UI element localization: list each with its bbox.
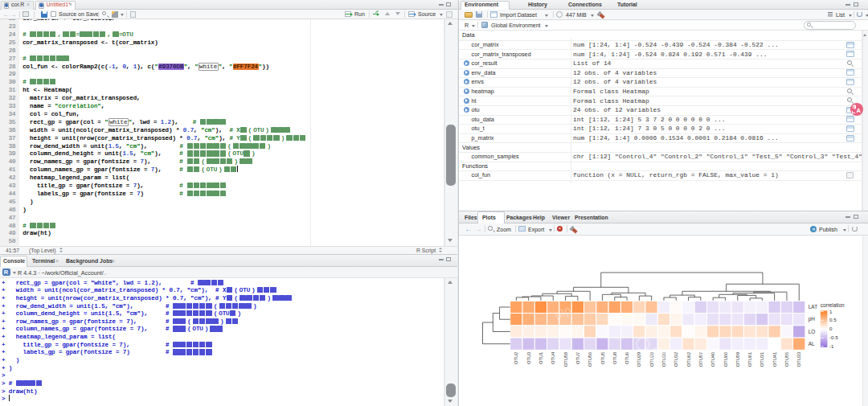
svg-text:OTU59: OTU59: [735, 352, 740, 367]
svg-text:OTU29: OTU29: [637, 352, 641, 367]
svg-text:OTU56: OTU56: [588, 352, 592, 367]
svg-text:-1: -1: [829, 343, 834, 349]
svg-text:OTU3: OTU3: [526, 352, 531, 364]
svg-text:OTU7: OTU7: [575, 352, 580, 364]
svg-text:OTU60: OTU60: [723, 352, 728, 367]
svg-text:OTU40: OTU40: [710, 352, 715, 367]
svg-text:OTU55: OTU55: [784, 352, 789, 367]
svg-text:OTU2: OTU2: [514, 352, 518, 364]
svg-text:OTU4: OTU4: [551, 352, 555, 364]
svg-text:OTU58: OTU58: [563, 352, 568, 367]
svg-text:OTU31: OTU31: [760, 352, 764, 367]
svg-text:OTU32: OTU32: [674, 352, 678, 367]
svg-text:0.5: 0.5: [829, 317, 837, 322]
svg-text:OTU41: OTU41: [772, 352, 777, 367]
svg-text:LO: LO: [809, 329, 816, 334]
svg-text:OTU57: OTU57: [698, 352, 703, 367]
svg-text:0: 0: [829, 326, 833, 331]
svg-text:AL: AL: [809, 341, 815, 347]
svg-text:pH: pH: [809, 316, 816, 322]
svg-text:OTU62: OTU62: [686, 352, 691, 367]
svg-text:LAT: LAT: [809, 304, 817, 310]
svg-text:-0.5: -0.5: [829, 334, 838, 340]
svg-text:OTU1: OTU1: [538, 352, 543, 364]
svg-text:OTU61: OTU61: [747, 352, 752, 367]
svg-text:OTU5: OTU5: [600, 352, 605, 364]
svg-text:1: 1: [829, 309, 833, 314]
svg-text:OTU6: OTU6: [624, 352, 629, 364]
svg-text:correlation: correlation: [821, 302, 845, 308]
svg-text:OTU8: OTU8: [612, 352, 617, 364]
svg-text:OTU33: OTU33: [796, 352, 801, 367]
